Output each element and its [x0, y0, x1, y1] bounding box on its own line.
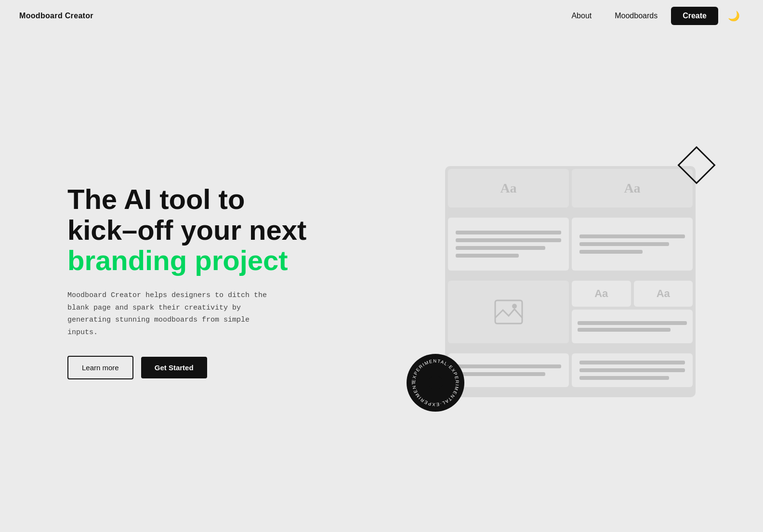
moodboard-text-cell-1	[448, 218, 569, 271]
moodboard-preview: Aa Aa	[445, 166, 696, 397]
moodboard-text-cell-2	[572, 218, 693, 271]
moodboard-font-cell-1: Aa	[448, 169, 569, 208]
headline-line2: kick–off your next	[67, 214, 306, 246]
headline-line1: The AI tool to	[67, 183, 245, 215]
moodboard-image-cell	[448, 281, 569, 343]
get-started-button[interactable]: Get Started	[141, 357, 207, 378]
moodboard-aa-cell-2: Aa	[634, 281, 693, 307]
app-logo: Moodboard Creator	[19, 12, 93, 20]
text-line	[578, 321, 687, 325]
hero-cta-buttons: Learn more Get Started	[67, 356, 306, 379]
navbar: Moodboard Creator About Moodboards Creat…	[0, 0, 763, 31]
text-line	[579, 376, 669, 380]
nav-about[interactable]: About	[562, 7, 601, 25]
text-line	[456, 254, 519, 258]
svg-point-1	[512, 304, 517, 309]
text-line	[579, 368, 685, 372]
text-line	[456, 238, 561, 242]
moon-icon: 🌙	[728, 11, 740, 21]
text-line	[456, 231, 561, 234]
moodboard-preview-wrapper: Aa Aa	[445, 166, 696, 397]
hero-headline: The AI tool to kick–off your next brandi…	[67, 184, 306, 276]
moodboard-row-1: Aa Aa	[448, 169, 693, 208]
badge-text-svg: EXPERIMENTAL·EXPERIMENTAL·EXPERIMENTAL·	[407, 354, 464, 412]
svg-text:EXPERIMENTAL·EXPERIMENTAL·EXPE: EXPERIMENTAL·EXPERIMENTAL·EXPERIMENTAL·	[407, 354, 460, 407]
hero-section: The AI tool to kick–off your next brandi…	[0, 31, 763, 532]
moodboard-bottom-cell-2	[572, 353, 693, 387]
text-line	[579, 234, 685, 238]
aa-label-1: Aa	[594, 287, 608, 300]
image-placeholder-icon	[494, 299, 523, 324]
text-line	[579, 250, 643, 254]
hero-description: Moodboard Creator helps designers to dit…	[67, 289, 270, 338]
badge-circle: EXPERIMENTAL·EXPERIMENTAL·EXPERIMENTAL·	[407, 354, 464, 412]
moodboard-row-3: Aa Aa	[448, 281, 693, 343]
font-display-2: Aa	[624, 181, 640, 196]
headline-line3: branding project	[67, 245, 288, 276]
moodboard-aa-cell-1: Aa	[572, 281, 631, 307]
text-line	[456, 246, 545, 250]
nav-moodboards[interactable]: Moodboards	[605, 7, 667, 25]
moodboard-small-lines	[572, 310, 693, 343]
text-line	[579, 242, 669, 246]
aa-label-2: Aa	[657, 287, 670, 300]
nav-links: About Moodboards Create 🌙	[562, 6, 744, 26]
learn-more-button[interactable]: Learn more	[67, 356, 133, 379]
moodboard-row-2	[448, 218, 693, 271]
text-line	[578, 328, 671, 332]
text-line	[456, 372, 545, 376]
moodboard-row-4	[448, 353, 693, 387]
text-line	[456, 364, 561, 368]
experimental-badge: EXPERIMENTAL·EXPERIMENTAL·EXPERIMENTAL·	[407, 354, 464, 412]
nav-create-button[interactable]: Create	[671, 7, 718, 25]
moodboard-bottom-cell-1	[448, 353, 569, 387]
moodboard-font-cell-2: Aa	[572, 169, 693, 208]
moodboard-aa-grid: Aa Aa	[572, 281, 693, 343]
svg-rect-0	[495, 300, 522, 324]
text-line	[579, 361, 685, 364]
hero-content: The AI tool to kick–off your next brandi…	[67, 184, 306, 379]
theme-toggle-button[interactable]: 🌙	[724, 6, 744, 26]
font-display-1: Aa	[500, 181, 516, 196]
